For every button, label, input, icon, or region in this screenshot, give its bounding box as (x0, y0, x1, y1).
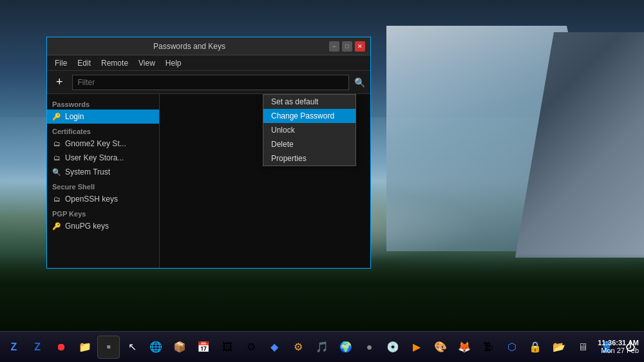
trust-icon: 🔍 (52, 168, 61, 176)
app-window: Passwords and Keys − □ ✕ File Edit Remot… (46, 37, 371, 269)
secure-shell-section-label: Secure Shell (47, 179, 159, 192)
systemtrust-label: System Trust (65, 167, 110, 176)
image-icon[interactable]: 🖼 (216, 336, 238, 359)
recording-stop-icon[interactable]: ⏺ (50, 336, 73, 359)
maximize-button[interactable]: □ (342, 41, 352, 52)
cert-icon-2: 🗂 (52, 154, 61, 162)
pgp-icon: 🔑 (52, 222, 61, 231)
sidebar-item-login[interactable]: 🔑 Login (47, 110, 159, 124)
firefox-browser-icon[interactable]: 🦊 (453, 336, 476, 359)
clock-time: 11:36:31 AM (598, 339, 639, 347)
close-button[interactable]: ✕ (355, 41, 365, 52)
sidebar-item-userkey[interactable]: 🗂 User Key Stora... (47, 151, 159, 165)
menu-bar: File Edit Remote View Help (47, 55, 370, 71)
zorin-logo-1-icon[interactable]: Z (3, 336, 25, 359)
title-bar: Passwords and Keys − □ ✕ (47, 37, 370, 55)
openssh-label: OpenSSH keys (65, 195, 118, 204)
ctx-change-password[interactable]: Change Password (263, 109, 355, 123)
filter-input[interactable] (72, 75, 349, 90)
display-icon[interactable]: 🖥 (572, 336, 594, 359)
ctx-delete[interactable]: Delete (263, 137, 355, 151)
archive-manager-icon[interactable]: 🗜 (477, 336, 499, 359)
sidebar-item-gnupg[interactable]: 🔑 GnuPG keys (47, 219, 159, 233)
ctx-properties[interactable]: Properties (263, 151, 355, 166)
media-icon[interactable]: 💿 (382, 336, 404, 359)
menu-view[interactable]: View (133, 57, 160, 70)
package-icon[interactable]: 📦 (169, 336, 191, 359)
context-menu: Set as default Change Password Unlock De… (263, 94, 356, 166)
music-app-icon[interactable]: 🎵 (311, 336, 334, 359)
pgp-section-label: PGP Keys (47, 206, 159, 219)
cube-3d-icon[interactable]: ◆ (263, 336, 286, 359)
disk-utility-icon[interactable]: ● (358, 336, 381, 359)
login-label: Login (65, 112, 84, 121)
certificates-section-label: Certificates (47, 124, 159, 137)
sidebar-item-openssh[interactable]: 🗂 OpenSSH keys (47, 192, 159, 206)
gnupg-label: GnuPG keys (65, 222, 109, 231)
calendar-app-icon[interactable]: 📅 (193, 336, 215, 359)
color-picker-icon[interactable]: 🎨 (430, 336, 452, 359)
file-manager-taskbar-icon[interactable]: 📂 (548, 336, 571, 359)
menu-file[interactable]: File (50, 57, 72, 70)
terminal-icon[interactable]: ▪ (97, 336, 120, 359)
window-title: Passwords and Keys (52, 42, 327, 51)
clock-date: Mon 27 Feb (601, 347, 639, 354)
content-area: Passwords 🔑 Login Certificates 🗂 Gnome2 … (47, 94, 370, 268)
gnome2-label: Gnome2 Key St... (65, 139, 126, 148)
taskbar: Z Z ⏺ 📁 ▪ ↖ 🌐 📦 📅 🖼 ⚙ ◆ ⚙ 🎵 🌍 ● 💿 ▶ 🎨 🦊 … (0, 331, 644, 362)
cert-icon-1: 🗂 (52, 140, 61, 148)
menu-edit[interactable]: Edit (72, 57, 96, 70)
search-icon: 🔍 (354, 77, 365, 88)
passwords-section-label: Passwords (47, 97, 159, 110)
cursor-icon[interactable]: ↖ (121, 336, 144, 359)
add-button[interactable]: + (52, 74, 67, 90)
sidebar-item-gnome2[interactable]: 🗂 Gnome2 Key St... (47, 137, 159, 151)
files-icon[interactable]: 📁 (73, 336, 96, 359)
sidebar-item-systemtrust[interactable]: 🔍 System Trust (47, 165, 159, 179)
ssh-icon: 🗂 (52, 195, 61, 203)
zorin-logo-2-icon[interactable]: Z (26, 336, 49, 359)
main-content-area: Set as default Change Password Unlock De… (160, 94, 370, 268)
toolbar: + 🔍 (47, 71, 370, 94)
menu-help[interactable]: Help (160, 57, 187, 70)
earth-browser-icon[interactable]: 🌍 (334, 336, 357, 359)
sidebar: Passwords 🔑 Login Certificates 🗂 Gnome2 … (47, 94, 160, 268)
menu-remote[interactable]: Remote (96, 57, 133, 70)
vlc-media-icon[interactable]: ▶ (406, 336, 428, 359)
ctx-unlock[interactable]: Unlock (263, 123, 355, 137)
gear-settings-icon[interactable]: ⚙ (287, 336, 310, 359)
clock-area: 11:36:31 AM Mon 27 Feb (598, 331, 644, 362)
ctx-set-default[interactable]: Set as default (263, 95, 355, 109)
minimize-button[interactable]: − (329, 41, 339, 52)
settings-app-icon[interactable]: ⚙ (240, 336, 262, 359)
userkey-label: User Key Stora... (65, 153, 124, 162)
key-icon: 🔑 (52, 113, 61, 121)
browser-icon[interactable]: 🌐 (145, 336, 167, 359)
hex-editor-icon[interactable]: ⬡ (500, 336, 523, 359)
desktop: Passwords and Keys − □ ✕ File Edit Remot… (0, 0, 644, 362)
keyring-icon[interactable]: 🔒 (524, 336, 547, 359)
